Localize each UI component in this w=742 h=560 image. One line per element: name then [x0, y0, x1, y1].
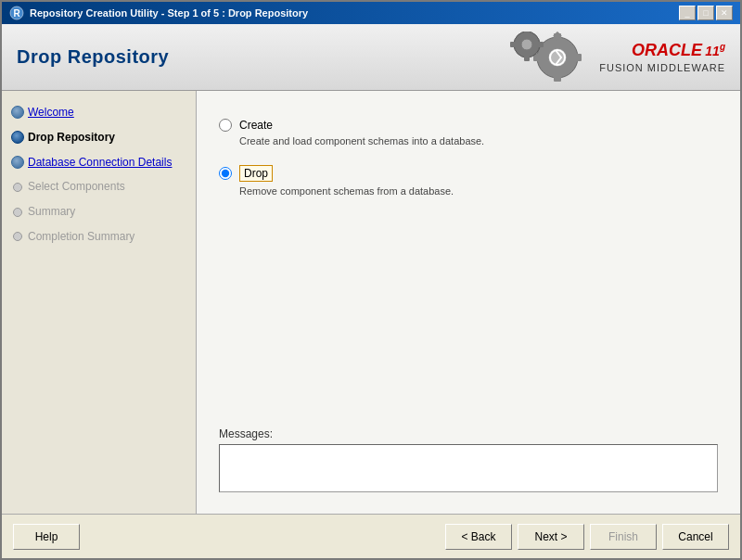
sidebar-dot-summary — [11, 208, 22, 217]
svg-rect-14 — [510, 42, 516, 47]
title-bar: R Repository Creation Utility - Step 1 o… — [2, 2, 740, 24]
svg-rect-12 — [524, 32, 530, 33]
sidebar-dot-completion-summary — [11, 232, 22, 241]
fusion-text: FUSION MIDDLEWARE — [599, 62, 725, 73]
window-title: Repository Creation Utility - Step 1 of … — [30, 7, 308, 19]
drop-option: Drop Remove component schemas from a dat… — [219, 165, 718, 197]
main-content: Welcome Drop Repository Database Connect… — [2, 91, 740, 514]
drop-description: Remove component schemas from a database… — [239, 185, 718, 197]
sidebar-item-completion-summary: Completion Summary — [2, 224, 196, 249]
svg-rect-5 — [554, 74, 561, 82]
svg-rect-13 — [524, 56, 530, 61]
cancel-button[interactable]: Cancel — [662, 524, 729, 550]
messages-textbox[interactable] — [219, 444, 718, 492]
header-area: Drop Repository — [2, 24, 740, 91]
drop-label[interactable]: Drop — [239, 165, 273, 182]
sidebar-dot-drop-repository — [11, 131, 24, 144]
help-button[interactable]: Help — [13, 524, 80, 550]
minimize-button[interactable]: _ — [679, 6, 696, 20]
messages-label: Messages: — [219, 427, 718, 440]
back-button[interactable]: < Back — [445, 524, 512, 550]
create-radio[interactable] — [219, 119, 232, 132]
gears-icon — [506, 32, 590, 83]
sidebar-item-drop-repository: Drop Repository — [2, 125, 196, 150]
maximize-button[interactable]: □ — [697, 6, 714, 20]
sidebar-item-welcome[interactable]: Welcome — [2, 100, 196, 125]
create-description: Create and load component schemas into a… — [239, 135, 718, 146]
oracle-logo: ORACLE 11g FUSION MIDDLEWARE — [599, 41, 725, 73]
sidebar-dot-database-connection — [11, 156, 24, 169]
content-area: Create Create and load component schemas… — [197, 91, 740, 514]
drop-radio[interactable] — [219, 167, 232, 180]
next-button[interactable]: Next > — [518, 524, 584, 550]
create-option: Create Create and load component schemas… — [219, 119, 718, 146]
drop-label-row: Drop — [219, 165, 718, 182]
title-bar-buttons: _ □ ✕ — [679, 6, 733, 20]
messages-area: Messages: — [219, 413, 718, 495]
svg-rect-15 — [538, 42, 544, 47]
close-button[interactable]: ✕ — [716, 6, 733, 20]
sidebar: Welcome Drop Repository Database Connect… — [2, 91, 197, 514]
sidebar-dot-select-components — [11, 183, 22, 192]
sidebar-item-select-components: Select Components — [2, 174, 196, 199]
svg-point-11 — [521, 39, 532, 50]
title-bar-left: R Repository Creation Utility - Step 1 o… — [9, 6, 308, 20]
radio-group: Create Create and load component schemas… — [219, 119, 718, 197]
finish-button[interactable]: Finish — [590, 524, 657, 550]
footer-buttons: < Back Next > Finish Cancel — [445, 524, 729, 550]
sidebar-item-summary: Summary — [2, 199, 196, 224]
svg-text:R: R — [13, 8, 20, 19]
app-icon: R — [9, 6, 24, 20]
logo-area: ORACLE 11g FUSION MIDDLEWARE — [506, 32, 725, 83]
sidebar-item-database-connection[interactable]: Database Connection Details — [2, 150, 196, 175]
header-title: Drop Repository — [17, 46, 169, 68]
main-window: R Repository Creation Utility - Step 1 o… — [0, 0, 742, 560]
create-label-row: Create — [219, 119, 718, 132]
footer: Help < Back Next > Finish Cancel — [2, 514, 740, 558]
svg-rect-7 — [574, 54, 582, 61]
sidebar-dot-welcome — [11, 106, 24, 119]
oracle-text: ORACLE 11g — [632, 41, 725, 60]
create-label[interactable]: Create — [239, 119, 273, 132]
